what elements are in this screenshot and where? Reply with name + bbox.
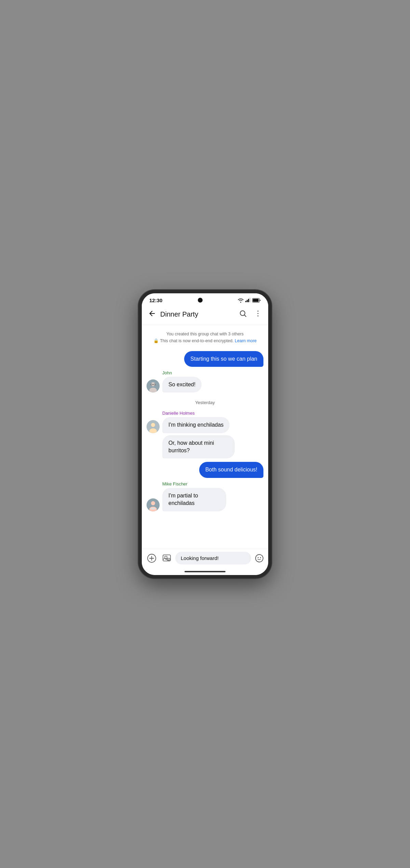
home-bar [184,571,226,572]
svg-point-7 [151,382,155,386]
message-row: Starting this so we can plan [147,351,263,367]
battery-icon [252,298,261,303]
sender-name: Mike Fischer [162,481,188,486]
svg-point-16 [151,501,155,505]
phone-inner: 12:30 [142,293,268,575]
svg-point-3 [258,310,259,311]
chat-info: You created this group chat with 3 other… [147,331,263,344]
avatar [147,379,160,392]
avatar-placeholder [147,445,160,458]
svg-point-25 [260,557,261,558]
sent-bubble: Both sound delicious! [199,462,263,478]
svg-point-24 [258,557,259,558]
svg-rect-21 [165,556,167,558]
svg-point-4 [258,313,259,314]
message-with-avatar: I'm thinking enchiladas [147,417,243,433]
emoji-button[interactable] [253,552,265,564]
svg-rect-18 [151,508,155,509]
received-bubble: Or, how about mini burritos? [162,435,235,459]
chat-area: You created this group chat with 3 other… [142,325,268,549]
svg-point-5 [258,315,259,316]
status-time: 12:30 [149,297,162,303]
message-with-avatar: Or, how about mini burritos? [147,435,243,459]
add-button[interactable] [145,552,158,565]
status-icons [238,298,261,303]
svg-point-23 [256,555,263,562]
sent-bubble: Starting this so we can plan [184,351,263,367]
received-bubble: So excited! [162,377,202,392]
status-bar: 12:30 [142,293,268,305]
received-bubble: I'm thinking enchiladas [162,417,230,433]
message-row: Danielle Holmes I'm thinking enchiladas [147,411,263,458]
media-button[interactable] [160,552,173,565]
sender-name: John [162,370,172,375]
message-input[interactable] [175,552,251,564]
message-with-avatar: So excited! [147,377,202,392]
header-icons [237,307,264,321]
search-button[interactable] [237,307,249,321]
svg-rect-1 [253,299,259,302]
send-button[interactable] [267,552,268,564]
message-row: Mike Fischer I'm partial to enchiladas [147,481,263,511]
received-bubble: I'm partial to enchiladas [162,488,226,511]
chat-header: Dinner Party [142,305,268,325]
chat-title: Dinner Party [160,310,237,318]
avatar [147,420,160,433]
camera-dot [198,298,203,303]
lock-icon: 🔒 [153,338,159,343]
message-with-avatar: I'm partial to enchiladas [147,488,232,511]
signal-icon [245,298,250,302]
home-indicator [142,568,268,575]
message-row: Both sound delicious! [147,462,263,478]
day-separator: Yesterday [147,400,263,405]
messages-group: I'm thinking enchiladas Or, how about mi… [147,417,243,458]
input-bar [142,549,268,568]
phone-frame: 12:30 [138,290,272,578]
svg-point-13 [151,423,155,427]
back-button[interactable] [146,307,158,321]
wifi-icon [238,298,244,303]
message-row: John So excited! [147,370,263,392]
group-created-text: You created this group chat with 3 other… [147,331,263,337]
avatar [147,498,160,511]
sender-name: Danielle Holmes [162,411,195,416]
learn-more-link[interactable]: Learn more [235,338,257,343]
more-options-button[interactable] [252,307,264,321]
encryption-text: 🔒 This chat is now end-to-end encrypted.… [147,337,263,344]
input-right [253,552,268,564]
